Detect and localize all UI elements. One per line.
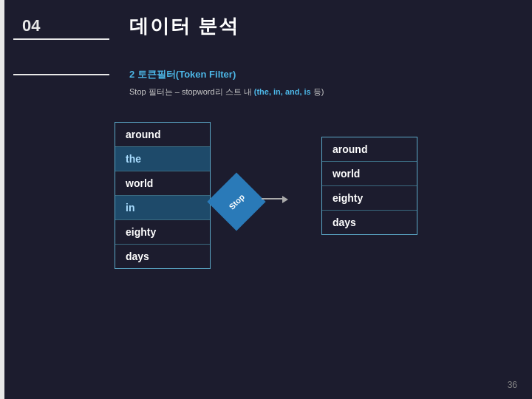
word-item-right-around: around (322, 137, 417, 162)
highlight-words: (the, in, and, is (254, 87, 313, 96)
word-item-the: the (115, 147, 210, 171)
word-item-eighty: eighty (115, 220, 210, 245)
section-title: 토큰필터(Token Filter) (137, 69, 236, 80)
page-number: 36 (508, 380, 517, 390)
word-item-in: in (115, 196, 210, 220)
top-accent-line (13, 38, 109, 40)
section-number: 2 (129, 69, 137, 80)
bottom-accent-line (13, 74, 109, 75)
input-word-list: around the world in eighty days (115, 122, 211, 269)
left-accent-bar (0, 0, 4, 399)
output-word-list: around world eighty days (321, 137, 417, 235)
description-text: Stop 필터는 – stopword리 스트 내 (the, in, and,… (129, 86, 324, 98)
description-main: Stop 필터는 – stopword리 스트 내 (129, 87, 254, 96)
word-item-right-days: days (322, 211, 417, 234)
word-item-days: days (115, 245, 210, 268)
stop-filter-diamond-container: Stop (211, 176, 262, 228)
description-suffix: 등) (313, 87, 324, 96)
word-item-right-world: world (322, 162, 417, 186)
page-title: 데이터 분석 (129, 13, 239, 39)
right-arrow (262, 198, 284, 200)
word-item-right-eighty: eighty (322, 186, 417, 211)
slide: 04 데이터 분석 2 토큰필터(Token Filter) Stop 필터는 … (0, 0, 532, 399)
word-item-world: world (115, 171, 210, 196)
slide-number: 04 (22, 16, 40, 35)
section-label: 2 토큰필터(Token Filter) (129, 68, 236, 81)
word-item-around: around (115, 123, 210, 147)
